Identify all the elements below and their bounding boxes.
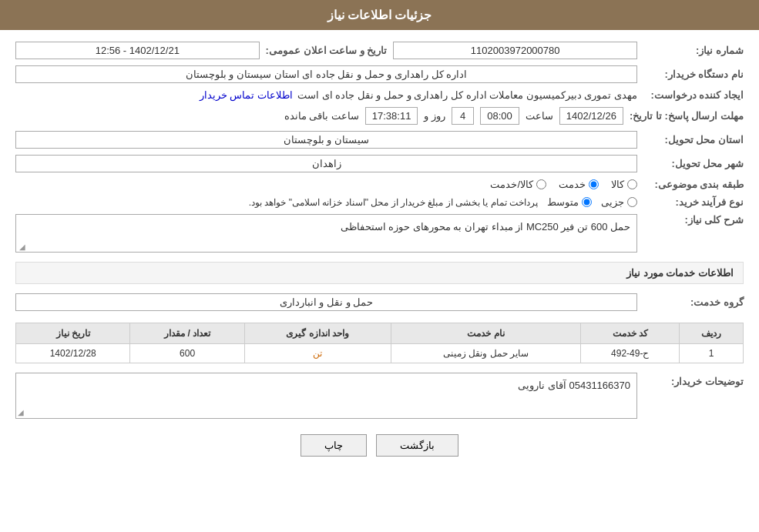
org-name-label: نام دستگاه خریدار:	[643, 69, 744, 80]
cell-date: 1402/12/28	[16, 344, 130, 363]
col-unit: واحد اندازه گیری	[244, 323, 391, 344]
buyer-desc-box: 05431166370 آقای نارویی ◢	[15, 373, 637, 419]
category-service-label: خدمت	[559, 179, 586, 190]
process-row: نوع فرآیند خرید: جزیی متوسط پرداخت تمام …	[15, 196, 744, 208]
creator-label: ایجاد کننده درخواست:	[643, 89, 744, 101]
buyer-desc-value: 05431166370 آقای نارویی	[518, 380, 630, 391]
process-label: نوع فرآیند خرید:	[643, 196, 744, 208]
page-title: جزئیات اطلاعات نیاز	[327, 8, 432, 22]
days-label: روز و	[424, 110, 445, 122]
creator-row: ایجاد کننده درخواست: مهدی تموری دبیرکمیس…	[15, 89, 744, 101]
description-label: شرح کلی نیاز:	[643, 214, 744, 226]
city-row: شهر محل تحویل: زاهدان	[15, 155, 744, 172]
province-row: استان محل تحویل: سیستان و بلوچستان	[15, 131, 744, 149]
process-radio-partial[interactable]	[627, 197, 637, 207]
city-label: شهر محل تحویل:	[643, 158, 744, 169]
process-options: جزیی متوسط پرداخت تمام یا بخشی از مبلغ خ…	[249, 196, 637, 208]
process-radio-medium[interactable]	[582, 197, 592, 207]
buyer-desc-resize-handle[interactable]: ◢	[18, 408, 24, 417]
col-service-code: کد خدمت	[581, 323, 680, 344]
time-label: ساعت	[526, 110, 553, 122]
cell-row: 1	[680, 344, 744, 363]
need-number-value: 1102003972000780	[393, 42, 637, 59]
deadline-label: مهلت ارسال پاسخ: تا تاریخ:	[630, 110, 744, 122]
category-option-both[interactable]: کالا/خدمت	[490, 179, 546, 190]
countdown-value: 17:38:11	[365, 107, 418, 125]
org-name-row: نام دستگاه خریدار: اداره کل راهداری و حم…	[15, 65, 744, 83]
process-option-medium[interactable]: متوسط	[547, 196, 592, 208]
process-partial-label: جزیی	[601, 196, 624, 208]
countdown-label: ساعت باقی مانده	[284, 110, 359, 122]
deadline-row: مهلت ارسال پاسخ: تا تاریخ: 1402/12/26 سا…	[15, 107, 744, 125]
page-header: جزئیات اطلاعات نیاز	[0, 0, 759, 30]
category-radio-both[interactable]	[536, 179, 546, 189]
city-value: زاهدان	[15, 155, 637, 172]
category-goods-label: کالا	[611, 179, 624, 190]
process-note: پرداخت تمام یا بخشی از مبلغ خریدار از مح…	[249, 197, 538, 208]
process-medium-label: متوسط	[547, 196, 579, 208]
category-option-service[interactable]: خدمت	[559, 179, 599, 190]
description-row: شرح کلی نیاز: حمل 600 تن فیر MC250 از مب…	[15, 214, 744, 253]
need-number-label: شماره نیاز:	[643, 45, 744, 56]
category-radio-group: کالا خدمت کالا/خدمت	[490, 179, 637, 190]
creator-value: مهدی تموری دبیرکمیسیون معاملات اداره کل …	[297, 89, 637, 101]
service-group-label: گروه خدمت:	[643, 296, 744, 308]
service-table: ردیف کد خدمت نام خدمت واحد اندازه گیری ت…	[15, 323, 744, 363]
service-group-row: گروه خدمت: حمل و نقل و انبارداری	[15, 293, 744, 311]
province-label: استان محل تحویل:	[643, 134, 744, 146]
category-row: طبقه بندی موضوعی: کالا خدمت کالا/خدمت	[15, 179, 744, 190]
category-label: طبقه بندی موضوعی:	[643, 179, 744, 190]
category-radio-goods[interactable]	[627, 179, 637, 189]
province-value: سیستان و بلوچستان	[15, 131, 637, 149]
deadline-time-value: 08:00	[480, 107, 519, 125]
service-table-section: ردیف کد خدمت نام خدمت واحد اندازه گیری ت…	[15, 323, 744, 363]
creator-contact-link[interactable]: اطلاعات تماس خریدار	[200, 89, 293, 101]
announce-label: تاریخ و ساعت اعلان عمومی:	[266, 45, 388, 56]
table-row: 1 ح-49-492 سایر حمل ونقل زمینی تن 600 14…	[16, 344, 744, 363]
cell-unit: تن	[244, 344, 391, 363]
service-group-value: حمل و نقل و انبارداری	[15, 293, 637, 311]
description-value: حمل 600 تن فیر MC250 از مبداء تهران به م…	[15, 214, 637, 253]
cell-name: سایر حمل ونقل زمینی	[391, 344, 581, 363]
cell-quantity: 600	[130, 344, 244, 363]
print-button[interactable]: چاپ	[301, 434, 367, 457]
buyer-desc-row: توضیحات خریدار: 05431166370 آقای نارویی …	[15, 373, 744, 419]
col-row-number: ردیف	[680, 323, 744, 344]
category-radio-service[interactable]	[589, 179, 599, 189]
need-number-row: شماره نیاز: 1102003972000780 تاریخ و ساع…	[15, 42, 744, 59]
col-date: تاریخ نیاز	[16, 323, 130, 344]
buttons-row: بازگشت چاپ	[15, 434, 744, 468]
org-name-value: اداره کل راهداری و حمل و نقل جاده ای است…	[15, 65, 637, 83]
category-both-label: کالا/خدمت	[490, 179, 533, 190]
service-section-title: اطلاعات خدمات مورد نیاز	[15, 262, 744, 284]
cell-code: ح-49-492	[581, 344, 680, 363]
buyer-desc-label: توضیحات خریدار:	[643, 373, 744, 387]
col-quantity: تعداد / مقدار	[130, 323, 244, 344]
category-option-goods[interactable]: کالا	[611, 179, 637, 190]
col-service-name: نام خدمت	[391, 323, 581, 344]
process-option-partial[interactable]: جزیی	[601, 196, 637, 208]
deadline-date-value: 1402/12/26	[559, 107, 623, 125]
resize-handle[interactable]: ◢	[18, 243, 25, 250]
days-value: 4	[452, 107, 474, 125]
announce-value: 1402/12/21 - 12:56	[15, 42, 260, 59]
table-header-row: ردیف کد خدمت نام خدمت واحد اندازه گیری ت…	[16, 323, 744, 344]
back-button[interactable]: بازگشت	[376, 434, 458, 457]
